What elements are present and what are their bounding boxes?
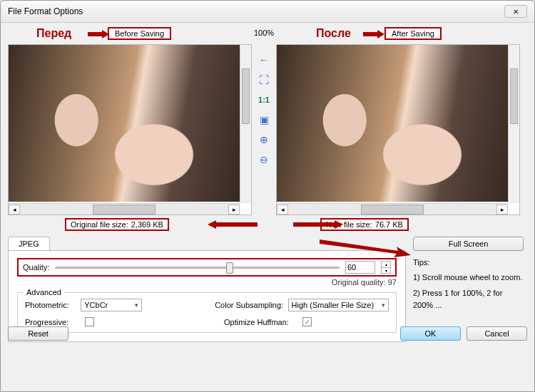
quality-stepper[interactable]: ▴▾	[381, 261, 391, 274]
subsampling-select[interactable]: High (Smaller File Size)	[288, 299, 389, 311]
progressive-label: Progressive:	[25, 318, 85, 326]
original-quality: Original quality: 97	[17, 278, 397, 287]
annotation-after: После	[316, 27, 351, 40]
tip-2: 2) Press 1 for 100%, 2 for 200% ...	[413, 287, 524, 311]
svg-marker-4	[320, 239, 411, 257]
tips-title: Tips:	[413, 257, 524, 269]
quality-slider[interactable]	[55, 261, 340, 274]
original-file-size: Original file size: 2,369 KB	[65, 218, 169, 231]
original-size-label: Original file size:	[71, 220, 128, 229]
progressive-checkbox[interactable]	[85, 317, 94, 326]
scroll-left-icon[interactable]: ◂	[277, 205, 288, 215]
after-saving-label: After Saving	[384, 27, 442, 40]
arrow-right-icon	[363, 30, 384, 38]
reset-button[interactable]: Reset	[8, 326, 68, 341]
cancel-button[interactable]: Cancel	[467, 326, 527, 341]
photometric-label: Photometric:	[25, 301, 81, 309]
subsampling-label: Color Subsampling:	[215, 301, 287, 309]
vertical-scrollbar[interactable]	[240, 45, 251, 203]
svg-marker-3	[293, 220, 343, 229]
zoom-percent: 100%	[254, 29, 274, 37]
annotation-before: Перед	[36, 27, 71, 40]
arrow-left-icon	[208, 220, 258, 229]
fit-window-icon[interactable]: ▣	[257, 113, 271, 127]
before-saving-label: Before Saving	[108, 27, 171, 40]
advanced-legend: Advanced	[24, 288, 64, 296]
dialog-window: File Format Options ✕ Перед Before Savin…	[0, 0, 535, 392]
vertical-scrollbar[interactable]	[508, 45, 519, 203]
arrow-diagonal-icon	[320, 238, 412, 259]
huffman-label: Optimize Huffman:	[224, 318, 302, 326]
right-column: Full Screen Tips: 1) Scroll mouse wheel …	[413, 237, 524, 316]
scroll-left-icon[interactable]: ◂	[9, 205, 20, 215]
preview-row: ◂ ▸ ← ⛶ 1:1 ▣ ⊕ ⊖ ◂ ▸	[8, 44, 527, 215]
tab-jpeg[interactable]: JPEG	[8, 237, 50, 250]
photometric-select[interactable]: YCbCr	[81, 299, 141, 311]
scroll-right-icon[interactable]: ▸	[496, 205, 508, 215]
horizontal-scrollbar[interactable]: ◂ ▸	[9, 203, 240, 215]
arrow-right-icon	[293, 220, 343, 229]
arrow-right-icon	[88, 30, 109, 38]
tips-panel: Tips: 1) Scroll mouse wheel to zoom. 2) …	[413, 257, 524, 311]
horizontal-scrollbar[interactable]: ◂ ▸	[277, 203, 508, 215]
preview-before[interactable]: ◂ ▸	[8, 44, 252, 215]
preview-toolbar: ← ⛶ 1:1 ▣ ⊕ ⊖	[252, 44, 276, 215]
close-button[interactable]: ✕	[504, 5, 527, 18]
titlebar[interactable]: File Format Options ✕	[1, 1, 534, 23]
tip-1: 1) Scroll mouse wheel to zoom.	[413, 272, 524, 284]
quality-row: Quality: ▴▾	[17, 258, 397, 277]
svg-marker-2	[208, 220, 258, 229]
fit-icon[interactable]: ⛶	[257, 73, 271, 87]
svg-marker-0	[88, 30, 109, 38]
new-size-value: 76.7 KB	[375, 220, 403, 229]
quality-label: Quality:	[23, 263, 49, 272]
huffman-checkbox[interactable]: ✓	[302, 317, 312, 326]
dialog-buttons: Reset OK Cancel	[8, 326, 527, 341]
actual-size-icon[interactable]: 1:1	[257, 93, 271, 107]
scroll-right-icon[interactable]: ▸	[228, 205, 240, 215]
window-title: File Format Options	[8, 6, 83, 16]
original-size-value: 2,369 KB	[131, 220, 163, 229]
quality-input[interactable]	[345, 261, 375, 274]
preview-image	[9, 45, 251, 202]
zoom-out-icon[interactable]: ⊖	[257, 153, 271, 167]
prev-icon[interactable]: ←	[257, 53, 271, 67]
full-screen-button[interactable]: Full Screen	[413, 237, 524, 251]
svg-marker-1	[363, 30, 384, 38]
zoom-in-icon[interactable]: ⊕	[257, 133, 271, 147]
preview-after[interactable]: ◂ ▸	[276, 44, 520, 215]
preview-image	[277, 45, 519, 202]
ok-button[interactable]: OK	[400, 326, 461, 341]
